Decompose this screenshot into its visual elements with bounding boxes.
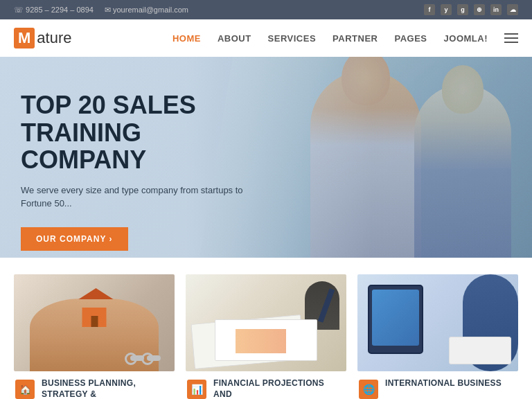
navbar: Mature HOME ABOUT SERVICES PARTNER PAGES… [0,19,532,57]
card-1-label: 🏠 BUSINESS PLANNING, STRATEGY & [14,378,175,399]
social-twitter[interactable]: y [441,4,452,15]
nav-partner[interactable]: PARTNER [332,33,378,44]
logo: Mature [14,28,71,48]
nav-home[interactable]: HOME [172,33,201,44]
card-1-image [14,274,175,371]
card-1-text: BUSINESS PLANNING, STRATEGY & [42,378,173,399]
house-visual [79,288,110,319]
logo-rest: ature [37,29,71,47]
card-2-icon: 📊 [187,380,206,399]
hand-keys-visual [14,274,175,371]
hamburger-menu[interactable] [504,33,518,43]
hero-cta-button[interactable]: OUR COMPANY › [21,227,128,251]
social-links: f y g ⊕ in ☁ [424,4,518,15]
social-facebook[interactable]: f [424,4,435,15]
card-3-text: INTERNATIONAL BUSINESS [385,378,502,389]
chart-bar [236,329,286,353]
keyboard-shape [449,337,511,364]
cards-section: 🏠 BUSINESS PLANNING, STRATEGY & 📊 FINANC… [0,258,532,399]
nav-joomla[interactable]: JOOMLA! [444,33,488,44]
key-2 [147,355,161,361]
card-2: 📊 FINANCIAL PROJECTIONS AND [186,274,346,399]
card-1-icon: 🏠 [15,380,35,399]
email: ✉ youremail@gmail.com [105,6,188,15]
nav-about[interactable]: ABOUT [218,33,251,44]
tablet-screen [372,290,419,346]
phone: ☏ 9285 – 2294 – 0894 [14,6,94,15]
top-bar: ☏ 9285 – 2294 – 0894 ✉ youremail@gmail.c… [0,0,532,19]
card-2-text: FINANCIAL PROJECTIONS AND [213,378,345,399]
papers-visual [193,309,339,364]
hero-content: TOP 20 SALESTRAINING COMPANY We serve ev… [0,57,291,258]
nav-pages[interactable]: PAGES [394,33,427,44]
card-3-icon: 🌐 [359,380,378,399]
hero-title: TOP 20 SALESTRAINING COMPANY [21,91,270,174]
card-3-label: 🌐 INTERNATIONAL BUSINESS [357,378,518,399]
card-2-image [186,274,346,371]
nav-services[interactable]: SERVICES [268,33,317,44]
paper-2 [215,319,317,361]
house-roof [79,288,114,299]
nav-links: HOME ABOUT SERVICES PARTNER PAGES JOOMLA… [172,33,518,44]
house-body [82,308,107,327]
card-1: 🏠 BUSINESS PLANNING, STRATEGY & [14,274,175,399]
social-linkedin[interactable]: in [490,4,502,15]
card-3: 🌐 INTERNATIONAL BUSINESS [357,274,518,399]
keys-visual [130,355,161,361]
house-door [91,316,98,327]
social-rss[interactable]: ⊕ [474,4,485,15]
tablet-shape [368,285,423,354]
card-2-label: 📊 FINANCIAL PROJECTIONS AND [186,378,346,399]
logo-m: M [14,28,35,48]
social-cloud[interactable]: ☁ [507,4,518,15]
card-3-image [357,274,518,371]
top-bar-contact: ☏ 9285 – 2294 – 0894 ✉ youremail@gmail.c… [14,6,188,15]
hero-subtitle: We serve every size and type company fro… [21,184,270,211]
social-googleplus[interactable]: g [457,4,468,15]
hero-section: TOP 20 SALESTRAINING COMPANY We serve ev… [0,57,532,258]
